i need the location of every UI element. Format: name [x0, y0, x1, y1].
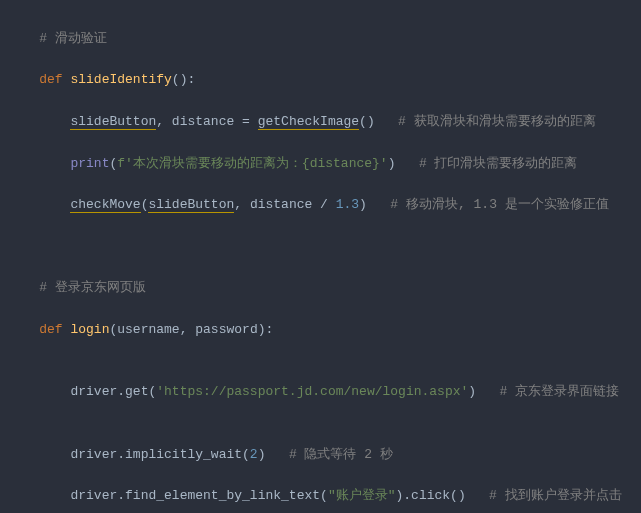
code-line: # 登录京东网页版 [8, 278, 641, 299]
code-line: # 滑动验证 [8, 29, 641, 50]
code-line: slideButton, distance = getCheckImage() … [8, 112, 641, 133]
code-line: driver.get('https://passport.jd.com/new/… [8, 382, 641, 403]
code-line: print(f'本次滑块需要移动的距离为：{distance}') # 打印滑块… [8, 154, 641, 175]
code-line: driver.find_element_by_link_text("账户登录")… [8, 486, 641, 507]
code-line: def login(username, password): [8, 320, 641, 341]
code-editor[interactable]: # 滑动验证 def slideIdentify(): slideButton,… [0, 0, 641, 513]
code-line: driver.implicitly_wait(2) # 隐式等待 2 秒 [8, 445, 641, 466]
comment: # 滑动验证 [39, 31, 107, 46]
code-line: checkMove(slideButton, distance / 1.3) #… [8, 195, 641, 216]
code-line: def slideIdentify(): [8, 70, 641, 91]
